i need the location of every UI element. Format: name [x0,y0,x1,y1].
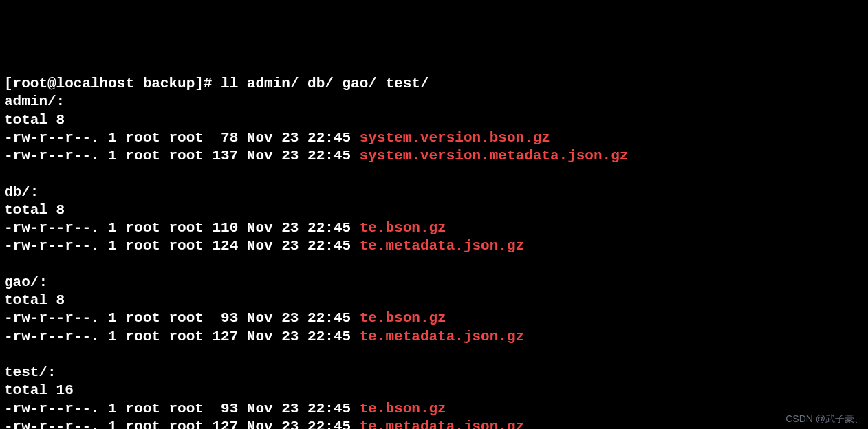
file-row: -rw-r--r--. 1 root root 127 Nov 23 22:45… [4,418,864,429]
file-meta: -rw-r--r--. 1 root root 137 Nov 23 22:45 [4,148,360,164]
dir-header: test/: [4,364,864,382]
file-meta: -rw-r--r--. 1 root root 78 Nov 23 22:45 [4,130,360,146]
file-meta: -rw-r--r--. 1 root root 124 Nov 23 22:45 [4,238,360,254]
watermark: CSDN @武子豪、 [785,413,864,426]
file-row: -rw-r--r--. 1 root root 93 Nov 23 22:45 … [4,400,864,418]
dir-total: total 8 [4,292,864,309]
prompt-line[interactable]: [root@localhost backup]# ll admin/ db/ g… [4,75,864,93]
file-row: -rw-r--r--. 1 root root 124 Nov 23 22:45… [4,237,864,255]
file-meta: -rw-r--r--. 1 root root 127 Nov 23 22:45 [4,329,360,344]
dir-header: db/: [4,184,864,201]
blank-line [4,256,864,274]
file-name: te.bson.gz [360,310,446,326]
terminal-output: [root@localhost backup]# ll admin/ db/ g… [4,75,864,429]
file-meta: -rw-r--r--. 1 root root 93 Nov 23 22:45 [4,310,360,326]
dir-total: total 16 [4,382,864,399]
dir-total: total 8 [4,111,864,129]
dir-header: gao/: [4,274,864,292]
file-name: te.bson.gz [360,220,446,236]
blank-line [4,346,864,364]
file-row: -rw-r--r--. 1 root root 93 Nov 23 22:45 … [4,309,864,327]
file-meta: -rw-r--r--. 1 root root 127 Nov 23 22:45 [4,419,360,429]
file-row: -rw-r--r--. 1 root root 137 Nov 23 22:45… [4,147,864,165]
file-meta: -rw-r--r--. 1 root root 110 Nov 23 22:45 [4,220,360,236]
file-row: -rw-r--r--. 1 root root 110 Nov 23 22:45… [4,219,864,237]
command-text: ll admin/ db/ gao/ test/ [221,76,428,91]
file-name: te.metadata.json.gz [360,238,524,254]
file-name: te.bson.gz [360,401,446,417]
file-meta: -rw-r--r--. 1 root root 93 Nov 23 22:45 [4,401,360,417]
file-name: system.version.bson.gz [360,130,550,146]
file-row: -rw-r--r--. 1 root root 78 Nov 23 22:45 … [4,129,864,147]
file-row: -rw-r--r--. 1 root root 127 Nov 23 22:45… [4,328,864,346]
dir-header: admin/: [4,93,864,111]
dir-total: total 8 [4,201,864,219]
file-name: system.version.metadata.json.gz [360,148,629,164]
file-name: te.metadata.json.gz [360,419,524,429]
file-name: te.metadata.json.gz [360,329,524,344]
shell-prompt: [root@localhost backup]# [4,76,221,91]
blank-line [4,165,864,183]
